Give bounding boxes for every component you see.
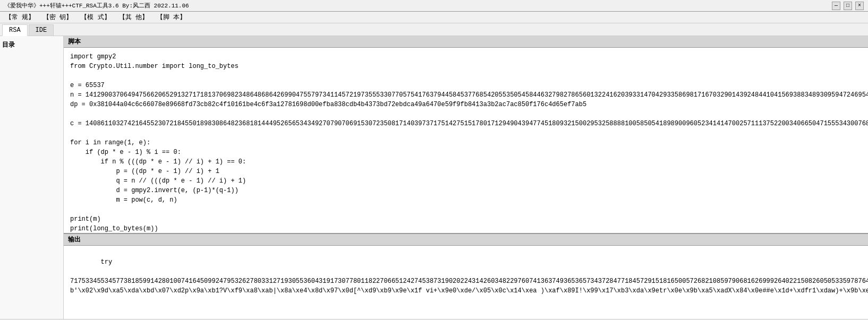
main-layout: 目录 脚本 import gmpy2 from Crypto.Util.numb…	[0, 36, 868, 319]
maximize-button[interactable]: □	[844, 2, 852, 10]
titlebar: 《爱我中华》+++轩辕+++CTF_RSA工具3.6 By:风二西 2022.1…	[0, 0, 868, 12]
tab-rsa[interactable]: RSA	[2, 24, 28, 36]
script-content[interactable]: import gmpy2 from Crypto.Util.number imp…	[64, 48, 868, 233]
close-button[interactable]: ×	[855, 2, 864, 10]
output-section: 输出 try 717533455345773818599142801007416…	[64, 234, 868, 319]
menu-script[interactable]: 【脚 本】	[154, 12, 189, 23]
script-section: 脚本 import gmpy2 from Crypto.Util.number …	[64, 36, 868, 234]
titlebar-title: 《爱我中华》+++轩辕+++CTF_RSA工具3.6 By:风二西 2022.1…	[4, 2, 832, 10]
menubar: 【常 规】 【密 钥】 【模 式】 【其 他】 【脚 本】	[0, 12, 868, 23]
output-text: 7175334553457738185991428010074164509924…	[70, 278, 868, 295]
output-content[interactable]: try 717533455345773818599142801007416450…	[64, 246, 868, 319]
minimize-button[interactable]: —	[832, 2, 840, 10]
menu-mode[interactable]: 【模 式】	[78, 12, 113, 23]
sidebar-title: 目录	[2, 38, 61, 51]
tab-ide[interactable]: IDE	[29, 24, 54, 36]
output-try-label: try	[101, 258, 113, 266]
menu-normal[interactable]: 【常 规】	[2, 12, 38, 23]
output-header: 输出	[64, 234, 868, 246]
menu-key[interactable]: 【密 钥】	[40, 12, 75, 23]
content-area: 脚本 import gmpy2 from Crypto.Util.number …	[64, 36, 868, 319]
titlebar-buttons: — □ ×	[832, 2, 864, 10]
tabs: RSA IDE	[0, 23, 868, 36]
sidebar: 目录	[0, 36, 64, 319]
menu-other[interactable]: 【其 他】	[116, 12, 151, 23]
script-header: 脚本	[64, 36, 868, 48]
